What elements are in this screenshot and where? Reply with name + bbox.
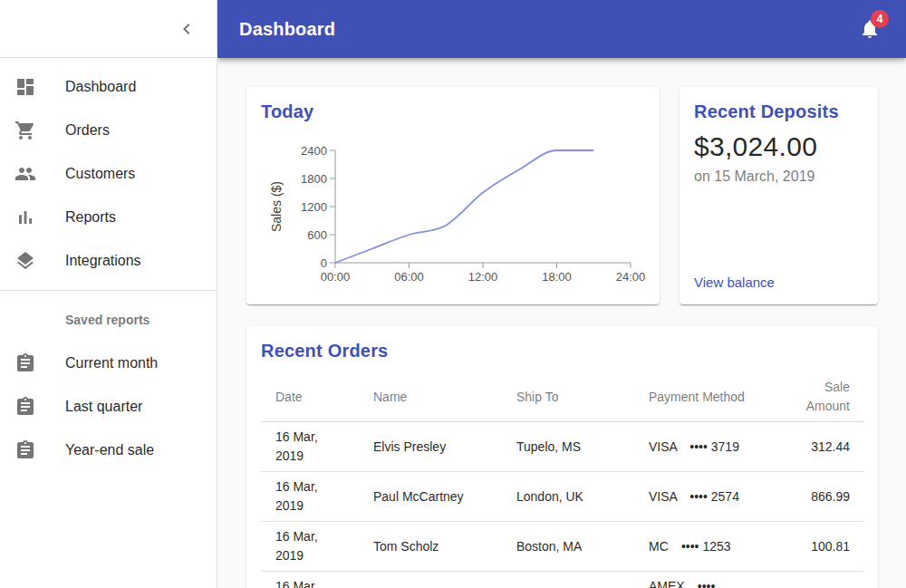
order-amount: 866.99	[785, 472, 864, 522]
svg-text:00:00: 00:00	[321, 270, 351, 284]
order-date: 16 Mar, 2019	[261, 422, 359, 472]
sales-line-chart: 060012001800240000:0006:0012:0018:0024:0…	[246, 129, 660, 290]
svg-text:1200: 1200	[301, 200, 327, 214]
sidebar-item-label: Customers	[65, 166, 135, 182]
order-name	[359, 572, 502, 588]
order-ship-to: Tupelo, MS	[502, 422, 634, 472]
table-row: 16 Mar, 2019Tom ScholzBoston, MAMC ⠀••••…	[261, 522, 864, 572]
column-header: Ship To	[502, 372, 634, 422]
svg-text:06:00: 06:00	[394, 270, 424, 284]
sidebar-item-label: Year-end sale	[65, 442, 154, 458]
spacer	[694, 185, 863, 275]
chevron-left-icon	[176, 18, 198, 40]
sidebar-item-customers[interactable]: Customers	[0, 152, 217, 196]
sidebar-item-orders[interactable]: Orders	[0, 109, 217, 152]
layers-icon	[14, 250, 65, 272]
table-row: 16 Mar, 2019Paul McCartneyLondon, UKVISA…	[261, 472, 864, 522]
sidebar-item-label: Dashboard	[65, 79, 136, 95]
svg-text:Sales ($): Sales ($)	[269, 181, 284, 232]
order-amount: 312.44	[785, 422, 864, 472]
sidebar-main-list: DashboardOrdersCustomersReportsIntegrati…	[0, 58, 217, 290]
svg-text:18:00: 18:00	[542, 270, 572, 284]
order-ship-to: Boston, MA	[502, 522, 634, 572]
sidebar: DashboardOrdersCustomersReportsIntegrati…	[0, 0, 217, 588]
sidebar-item-label: Integrations	[65, 253, 141, 269]
notifications-button[interactable]: 4	[848, 7, 892, 51]
today-card: Today 060012001800240000:0006:0012:0018:…	[246, 87, 660, 304]
dashboard-app: DashboardOrdersCustomersReportsIntegrati…	[0, 0, 906, 588]
column-header: Sale Amount	[785, 372, 864, 422]
order-payment: VISA ⠀•••• 3719	[634, 422, 785, 472]
collapse-sidebar-button[interactable]	[165, 7, 208, 51]
today-title: Today	[261, 101, 645, 122]
order-date: 16 Mar, 2019	[261, 522, 359, 572]
table-row: 16 Mar, 2019AMEX ⠀••••	[261, 572, 864, 588]
order-amount	[785, 572, 864, 588]
deposit-amount: $3,024.00	[694, 131, 863, 162]
sidebar-item-year-end-sale[interactable]: Year-end sale	[0, 429, 217, 472]
svg-text:2400: 2400	[301, 144, 327, 158]
recent-deposits-title: Recent Deposits	[694, 101, 863, 122]
assignment-icon	[14, 396, 65, 418]
order-payment: MC ⠀•••• 1253	[634, 522, 785, 572]
sidebar-item-reports[interactable]: Reports	[0, 196, 217, 239]
sidebar-item-label: Reports	[65, 209, 116, 226]
svg-text:12:00: 12:00	[468, 270, 498, 284]
assignment-icon	[14, 352, 65, 374]
order-ship-to	[502, 572, 634, 588]
orders-table: DateNameShip ToPayment MethodSale Amount…	[261, 372, 864, 588]
assignment-icon	[14, 439, 65, 461]
sidebar-item-last-quarter[interactable]: Last quarter	[0, 385, 217, 429]
sidebar-item-dashboard[interactable]: Dashboard	[0, 65, 217, 109]
bar-chart-icon	[14, 207, 65, 228]
svg-text:600: 600	[307, 228, 327, 242]
main-content: Today 060012001800240000:0006:0012:0018:…	[217, 58, 906, 588]
orders-table-header-row: DateNameShip ToPayment MethodSale Amount	[261, 372, 864, 422]
svg-text:24:00: 24:00	[616, 270, 646, 284]
sidebar-item-label: Orders	[65, 122, 110, 139]
page-title: Dashboard	[239, 19, 848, 40]
order-payment: AMEX ⠀••••	[634, 572, 785, 588]
sidebar-item-label: Last quarter	[65, 399, 142, 415]
deposit-date: on 15 March, 2019	[694, 169, 863, 185]
order-name: Elvis Presley	[359, 422, 502, 472]
recent-deposits-card: Recent Deposits $3,024.00 on 15 March, 2…	[680, 87, 878, 304]
order-name: Paul McCartney	[359, 472, 502, 522]
sidebar-item-current-month[interactable]: Current month	[0, 342, 217, 385]
sidebar-item-integrations[interactable]: Integrations	[0, 239, 217, 283]
order-ship-to: London, UK	[502, 472, 634, 522]
view-balance-link[interactable]: View balance	[694, 275, 863, 290]
saved-reports-subheader: Saved reports	[0, 298, 217, 342]
app-bar: Dashboard 4	[217, 0, 906, 58]
order-name: Tom Scholz	[359, 522, 502, 572]
people-icon	[14, 163, 65, 185]
order-amount: 100.81	[785, 522, 864, 572]
order-payment: VISA ⠀•••• 2574	[634, 472, 785, 522]
sidebar-item-label: Current month	[65, 355, 158, 371]
recent-orders-card: Recent Orders DateNameShip ToPayment Met…	[246, 326, 878, 588]
svg-text:0: 0	[321, 256, 327, 270]
order-date: 16 Mar, 2019	[261, 472, 359, 522]
sidebar-header	[0, 0, 217, 58]
column-header: Date	[261, 372, 359, 422]
shopping-cart-icon	[14, 120, 65, 141]
dashboard-icon	[14, 76, 65, 98]
column-header: Payment Method	[634, 372, 785, 422]
sidebar-saved-reports-list: Saved reports Current monthLast quarterY…	[0, 291, 217, 479]
recent-orders-title: Recent Orders	[261, 341, 863, 361]
column-header: Name	[359, 372, 502, 422]
order-date: 16 Mar, 2019	[261, 572, 359, 588]
notifications-badge: 4	[871, 10, 889, 28]
table-row: 16 Mar, 2019Elvis PresleyTupelo, MSVISA …	[261, 422, 864, 472]
svg-text:1800: 1800	[301, 172, 327, 186]
